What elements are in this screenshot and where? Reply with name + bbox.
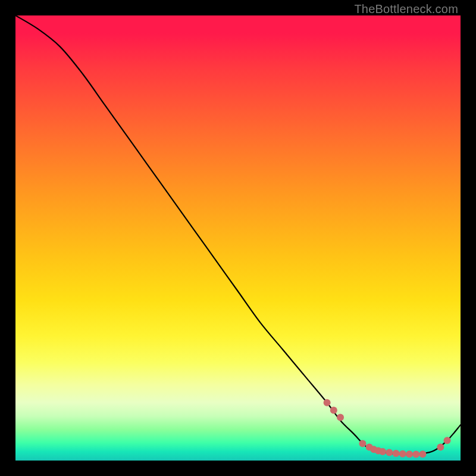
watermark-text: TheBottleneck.com xyxy=(354,2,458,16)
marker-dot xyxy=(437,444,444,451)
marker-dot xyxy=(412,451,419,458)
marker-dot xyxy=(359,440,366,447)
bottleneck-curve xyxy=(15,15,461,455)
marker-dot xyxy=(337,414,344,421)
chart-frame: TheBottleneck.com xyxy=(0,0,476,476)
chart-svg xyxy=(15,15,461,461)
marker-dot xyxy=(399,450,406,458)
marker-dot xyxy=(406,450,413,458)
marker-dot xyxy=(330,406,337,414)
marker-dot xyxy=(324,399,331,406)
plot-area xyxy=(15,15,461,461)
marker-dot xyxy=(393,450,400,457)
marker-dot xyxy=(379,448,386,455)
marker-dots xyxy=(324,399,451,458)
marker-dot xyxy=(444,437,451,444)
marker-dot xyxy=(386,449,393,456)
marker-dot xyxy=(419,450,426,458)
